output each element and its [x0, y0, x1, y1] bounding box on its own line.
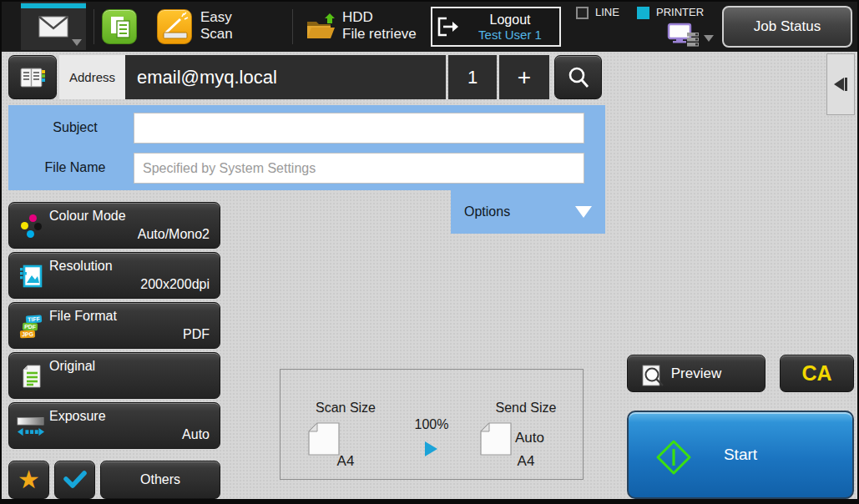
hdd-label-line2: File retrieve	[342, 26, 417, 43]
envelope-icon	[38, 16, 68, 38]
original-icon	[17, 353, 45, 400]
preview-button[interactable]: Preview	[627, 355, 766, 392]
logout-icon	[432, 14, 461, 39]
printer-status-label: PRINTER	[656, 6, 704, 18]
resolution-icon	[17, 253, 45, 300]
resolution-value: 200x200dpi	[140, 277, 210, 292]
zoom-direction-icon	[425, 441, 437, 456]
colour-mode-value: Auto/Mono2	[138, 227, 210, 242]
start-label: Start	[724, 446, 757, 464]
job-status-button[interactable]: Job Status	[722, 6, 852, 48]
colour-mode-label: Colour Mode	[49, 209, 126, 224]
logout-button[interactable]: Logout Test User 1	[431, 7, 561, 47]
address-value-text: email@myq.local	[137, 67, 277, 88]
easy-scan-label-line1: Easy	[200, 9, 233, 26]
email-tab-dropdown-icon[interactable]	[72, 39, 82, 46]
scan-size-value: A4	[296, 453, 396, 470]
topbar-separator	[292, 9, 293, 44]
status-dropdown-icon[interactable]	[704, 35, 714, 42]
address-book-button[interactable]	[8, 55, 57, 99]
copy-mode-button[interactable]	[102, 9, 137, 44]
collapse-panel-bar	[845, 78, 847, 91]
line-status-indicator	[576, 7, 589, 19]
original-button[interactable]: Original	[8, 352, 220, 399]
options-label: Options	[464, 204, 510, 219]
recipient-count: 1	[467, 67, 478, 88]
printer-status-icon[interactable]	[665, 23, 704, 48]
start-button[interactable]: Start	[627, 411, 854, 499]
start-icon	[655, 439, 692, 476]
original-label: Original	[49, 359, 95, 374]
action-panel-collapse-tab[interactable]	[826, 53, 855, 115]
easy-scan-label-line2: Scan	[200, 26, 233, 43]
easy-scan-label[interactable]: Easy Scan	[200, 9, 233, 43]
send-size-mode: Auto	[515, 430, 565, 446]
others-button[interactable]: Others	[100, 461, 220, 499]
line-status-label: LINE	[595, 6, 619, 18]
subject-input[interactable]	[134, 113, 584, 144]
tiff-badge: TIFF	[26, 315, 42, 323]
plus-icon: +	[518, 64, 531, 91]
printer-status-indicator	[637, 7, 649, 19]
clear-all-button[interactable]: CA	[780, 355, 854, 392]
size-summary-panel[interactable]: Scan Size A4 100% Send Size Auto A4	[280, 369, 584, 480]
file-format-label: File Format	[49, 309, 117, 324]
send-size-label: Send Size	[467, 401, 584, 416]
file-name-input[interactable]	[134, 153, 584, 184]
address-label-text: Address	[69, 70, 115, 84]
hdd-label-line1: HDD	[342, 9, 417, 26]
send-page-icon	[479, 421, 513, 456]
pdf-badge: PDF	[23, 322, 38, 330]
search-icon	[565, 64, 592, 91]
file-format-value: PDF	[183, 327, 210, 342]
others-label: Others	[140, 472, 180, 487]
scan-to-email-screen: Easy Scan HDD File retrieve Logout Test …	[0, 0, 859, 504]
exposure-label: Exposure	[49, 409, 106, 424]
address-value-field[interactable]: email@myq.local	[125, 55, 446, 99]
confirm-button[interactable]	[54, 461, 95, 499]
file-format-button[interactable]: TIFF PDF JPG File Format PDF	[8, 302, 220, 349]
zoom-ratio-value: 100%	[398, 417, 465, 432]
easy-scan-icon	[158, 10, 193, 45]
colour-mode-icon	[17, 203, 45, 249]
favourite-button[interactable]: ★	[8, 461, 49, 499]
active-tab-stripe	[21, 3, 86, 8]
address-field-label: Address	[59, 55, 125, 99]
logout-label: Logout	[461, 13, 559, 28]
job-status-label: Job Status	[754, 18, 821, 35]
collapse-panel-icon	[834, 78, 844, 91]
file-name-label: File Name	[25, 160, 125, 175]
exposure-value: Auto	[182, 427, 210, 442]
easy-scan-button[interactable]	[157, 9, 192, 44]
jpg-badge: JPG	[20, 330, 35, 338]
exposure-button[interactable]: Exposure Auto	[8, 402, 220, 449]
options-expander[interactable]: Options	[451, 190, 605, 234]
address-book-icon	[18, 65, 47, 90]
resolution-button[interactable]: Resolution 200x200dpi	[8, 252, 220, 299]
colour-mode-button[interactable]: Colour Mode Auto/Mono2	[8, 202, 220, 249]
add-recipient-button[interactable]: +	[499, 55, 549, 99]
subject-label: Subject	[25, 120, 125, 135]
send-size-value: A4	[467, 453, 584, 470]
copy-icon	[103, 10, 138, 45]
ca-label: CA	[801, 361, 831, 386]
preview-label: Preview	[671, 365, 721, 382]
resolution-label: Resolution	[49, 259, 113, 274]
logged-in-user: Test User 1	[461, 28, 559, 42]
preview-icon	[639, 362, 668, 389]
scan-size-label: Scan Size	[296, 401, 396, 416]
recipient-count-button[interactable]: 1	[448, 55, 497, 99]
favourite-star-icon: ★	[18, 467, 40, 492]
hdd-retrieve-label[interactable]: HDD File retrieve	[342, 9, 417, 43]
tab-email-mode[interactable]	[21, 2, 86, 50]
options-dropdown-icon	[575, 206, 592, 218]
top-bar: Easy Scan HDD File retrieve Logout Test …	[2, 2, 857, 52]
check-icon	[63, 470, 88, 490]
scan-page-icon	[307, 421, 341, 456]
email-options-panel: Subject File Name	[8, 105, 605, 190]
topbar-separator	[93, 9, 94, 44]
exposure-icon	[17, 403, 45, 450]
address-search-button[interactable]	[554, 55, 602, 99]
hdd-folder-icon[interactable]	[304, 12, 337, 43]
file-format-icon: TIFF PDF JPG	[17, 303, 45, 350]
